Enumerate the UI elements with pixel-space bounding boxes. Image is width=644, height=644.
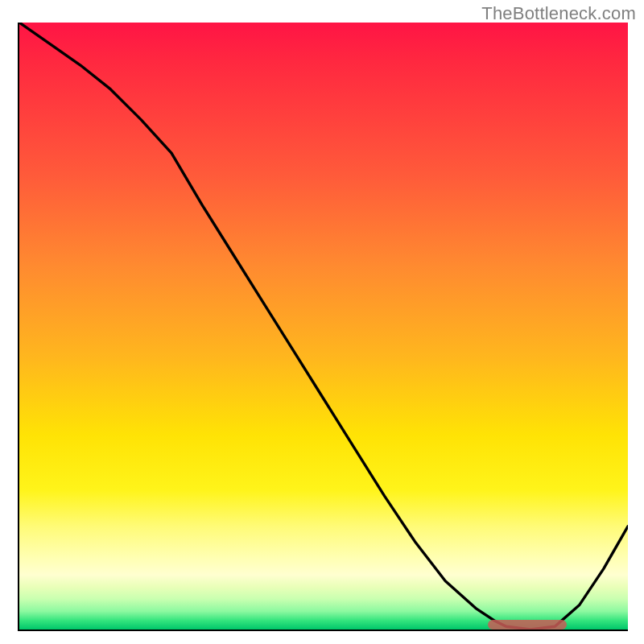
curve-svg <box>19 23 628 630</box>
minimum-marker <box>488 620 567 630</box>
plot-area <box>18 23 628 631</box>
attribution-text: TheBottleneck.com <box>481 3 636 24</box>
chart-stage: TheBottleneck.com <box>0 0 644 644</box>
curve-path <box>19 23 628 630</box>
